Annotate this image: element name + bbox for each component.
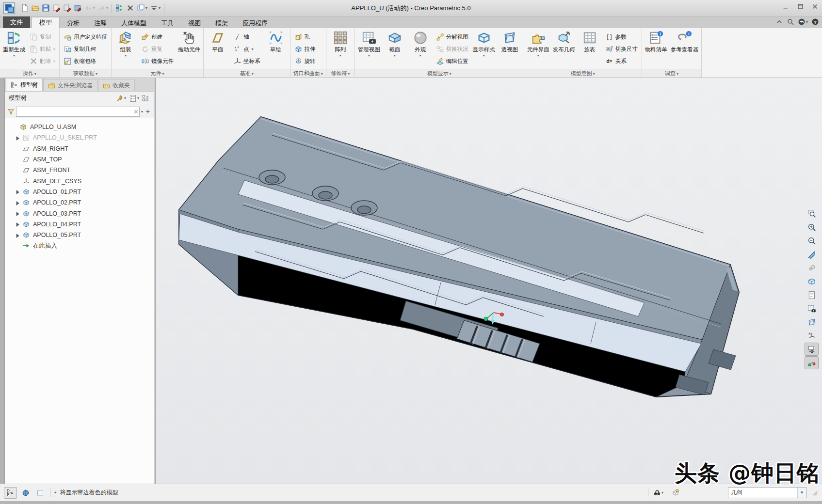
dropdown-arrow-icon[interactable]: ▾ [537, 53, 539, 58]
navigator-tab-文件夹浏览器[interactable]: 文件夹浏览器 [43, 79, 97, 91]
open-file-button[interactable] [30, 2, 40, 14]
expand-arrow-icon[interactable] [15, 233, 21, 238]
轴-button[interactable]: 轴 [231, 31, 263, 43]
元件界面-button[interactable]: 元件界面▾ [526, 29, 551, 69]
redo-button[interactable]: ▾ [97, 2, 109, 14]
旋转-button[interactable]: 旋转 [292, 55, 318, 67]
group-label-基准[interactable]: 基准 [204, 69, 290, 78]
重新生成-button[interactable]: 重新生成▾ [1, 29, 27, 69]
重复-button[interactable]: 重复 [139, 43, 176, 55]
截面-button[interactable]: 截面▾ [382, 29, 407, 69]
group-label-切口和曲面[interactable]: 切口和曲面 [290, 69, 326, 78]
用户定义特征-button[interactable]: 用户定义特征 [61, 31, 110, 43]
add-plus-icon[interactable]: + [145, 108, 151, 115]
tab-应用程序[interactable]: 应用程序 [235, 18, 275, 28]
点-button[interactable]: 点▾ [231, 43, 263, 55]
平面-button[interactable]: 平面 [205, 29, 230, 69]
community-button[interactable]: ▾ [798, 18, 808, 26]
zoom-in-button[interactable] [805, 220, 819, 234]
tab-文件[interactable]: 文件 [3, 16, 30, 28]
坐标系-button[interactable]: 坐标系 [231, 55, 263, 67]
expand-arrow-icon[interactable] [15, 189, 21, 194]
tab-模型[interactable]: 模型 [32, 17, 60, 28]
selection-filter-box-button[interactable] [669, 488, 681, 498]
spin-center-button[interactable] [805, 356, 819, 369]
tree-item-APOLLO_02.PRT[interactable]: APOLLO_02.PRT [5, 197, 154, 208]
tree-item-ASM_DEF_CSYS[interactable]: ASM_DEF_CSYS [5, 175, 154, 186]
创建-button[interactable]: 创建 [139, 31, 176, 43]
阵列-button[interactable]: 阵列▾ [328, 29, 353, 69]
annotation-display-button[interactable] [805, 343, 819, 356]
拖动元件-button[interactable]: 拖动元件 [177, 29, 202, 69]
saved-orientations-button[interactable] [805, 288, 819, 301]
透视图-button[interactable]: 透视图 [497, 29, 522, 69]
3d-model[interactable] [156, 78, 822, 484]
maximize-button[interactable] [793, 0, 807, 13]
外观-button[interactable]: 外观▾ [408, 29, 433, 69]
tree-item-APOLLO_04.PRT[interactable]: APOLLO_04.PRT [5, 219, 154, 230]
粘贴-button[interactable]: 粘贴▾ [27, 43, 58, 55]
tree-tools-button[interactable]: ▾ [116, 94, 126, 102]
参考查看器-button[interactable]: i参考查看器 [669, 29, 700, 69]
expand-arrow-icon[interactable] [15, 200, 21, 205]
undo-button[interactable]: ▾ [83, 2, 96, 14]
filter-dropdown-arrow-icon[interactable]: ▾ [141, 110, 143, 114]
navigator-edge-strip[interactable] [0, 78, 5, 484]
collapse-ribbon-button[interactable] [775, 18, 783, 26]
切换状况-button[interactable]: 切换状况 [434, 43, 471, 55]
显示样式-button[interactable]: 显示样式▾ [471, 29, 497, 69]
镜像元件-button[interactable]: 镜像元件 [139, 55, 176, 67]
clear-x-icon[interactable] [133, 109, 139, 115]
group-label-元件[interactable]: 元件 [112, 69, 203, 78]
组装-button[interactable]: 组装▾ [113, 29, 138, 69]
group-label-操作[interactable]: 操作 [0, 69, 59, 78]
删除-button[interactable]: 删除▾ [27, 55, 58, 67]
help-button[interactable]: ? [811, 18, 819, 26]
tab-框架[interactable]: 框架 [208, 18, 235, 28]
graphics-area[interactable] [156, 78, 822, 484]
dropdown-arrow-icon[interactable]: ▾ [13, 53, 15, 58]
tree-item-ASM_TOP[interactable]: ASM_TOP [5, 154, 154, 165]
regenerate-small-button[interactable] [114, 2, 125, 14]
selection-filter-combo[interactable]: 几何 ▼ [728, 487, 806, 498]
save-button[interactable] [41, 2, 51, 14]
tab-分析[interactable]: 分析 [60, 18, 87, 28]
close-window-button[interactable] [125, 2, 135, 14]
minimize-button[interactable] [778, 0, 793, 13]
关系-button[interactable]: d=关系 [603, 55, 640, 67]
web-browser-button[interactable] [19, 488, 32, 498]
perspective-button[interactable] [805, 315, 819, 329]
复制几何-button[interactable]: 复制几何 [61, 43, 110, 55]
close-button[interactable] [807, 0, 822, 13]
dropdown-arrow-icon[interactable]: ▾ [53, 59, 55, 63]
tab-注释[interactable]: 注释 [87, 18, 114, 28]
参数-button[interactable]: []参数 [603, 31, 640, 43]
tree-item-在此插入[interactable]: 在此插入 [5, 240, 154, 251]
dropdown-arrow-icon[interactable]: ▾ [159, 6, 161, 10]
expand-arrow-icon[interactable] [15, 221, 21, 227]
tree-item-APOLLO_03.PRT[interactable]: APOLLO_03.PRT [5, 208, 154, 219]
navigator-toggle-button[interactable] [4, 487, 17, 499]
管理视图-button[interactable]: 管理视图▾ [356, 29, 382, 69]
tree-item-APPLLO_U.ASM[interactable]: APPLLO_U.ASM [5, 122, 154, 132]
dropdown-arrow-icon[interactable]: ▾ [483, 53, 485, 58]
物料清单-button[interactable]: i物料清单 [644, 29, 669, 69]
resize-grip[interactable] [811, 489, 818, 496]
tree-item-APOLLO_01.PRT[interactable]: APOLLO_01.PRT [5, 187, 154, 197]
dropdown-arrow-icon[interactable]: ▾ [145, 6, 147, 10]
dropdown-arrow-icon[interactable]: ▾ [252, 47, 254, 51]
dropdown-arrow-icon[interactable]: ▾ [806, 20, 808, 24]
navigator-tab-收藏夹[interactable]: 收藏夹 [98, 79, 135, 91]
group-label-修饰符[interactable]: 修饰符 [326, 69, 355, 78]
combo-dropdown-icon[interactable]: ▼ [797, 488, 806, 498]
拉伸-button[interactable]: 拉伸 [292, 43, 318, 55]
族表-button[interactable]: 族表 [577, 29, 602, 69]
navigator-tab-模型树[interactable]: 模型树 [6, 78, 43, 91]
datum-display-button[interactable] [805, 329, 819, 342]
孔-button[interactable]: 孔 [292, 31, 318, 43]
tab-视图[interactable]: 视图 [181, 18, 208, 28]
dropdown-arrow-icon[interactable]: ▾ [53, 47, 55, 51]
tree-filter-input[interactable] [16, 107, 140, 117]
tab-人体模型[interactable]: 人体模型 [114, 18, 154, 28]
切换尺寸-button[interactable]: 15切换尺寸 [603, 43, 640, 55]
